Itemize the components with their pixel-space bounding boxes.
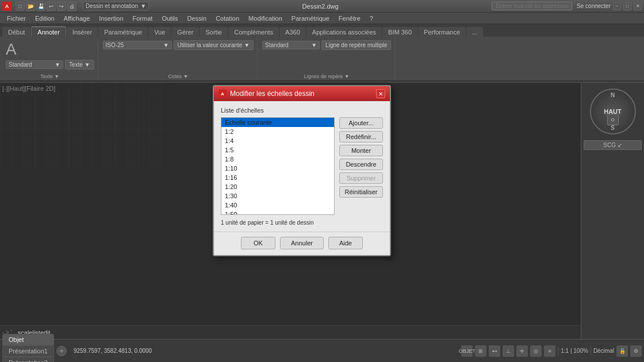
menu-item-cotation[interactable]: Cotation (211, 14, 244, 23)
connect-label[interactable]: Se connecter (577, 3, 611, 9)
scale-item-10[interactable]: 1:50 (221, 210, 334, 215)
ribbon-tab-performance[interactable]: Performance (418, 27, 466, 37)
minimize-button[interactable]: − (613, 2, 621, 10)
search-input[interactable] (492, 2, 572, 10)
window-title: Dessin2.dwg (149, 3, 492, 10)
status-tab-présentation2[interactable]: Présentation2 (2, 357, 54, 363)
ribbon-group-cotes: ISO-25▼ Utiliser la valeur courante ▼ Co… (99, 39, 258, 80)
workspace-selector[interactable]: Dessin et annotation ▼ (83, 2, 149, 10)
qa-save[interactable]: 💾 (36, 2, 45, 11)
compass-north: N (611, 92, 615, 98)
add-layout-button[interactable]: + (56, 346, 67, 356)
ribbon-tab-bim-360[interactable]: BIM 360 (382, 27, 417, 37)
aide-button[interactable]: Aide (328, 237, 363, 249)
ribbon-tab-...[interactable]: ... (466, 27, 483, 37)
scale-item-8[interactable]: 1:30 (221, 191, 334, 201)
scale-item-0[interactable]: Echelle courante (221, 118, 334, 127)
scale-item-5[interactable]: 1:10 (221, 164, 334, 173)
qa-redo[interactable]: ↪ (57, 2, 66, 11)
qa-open[interactable]: 📂 (26, 2, 35, 11)
ribbon-tab-vue[interactable]: Vue (148, 27, 171, 37)
scg-label[interactable]: SCG ↙ (584, 140, 642, 150)
cotes-style-dropdown[interactable]: ISO-25▼ (103, 41, 172, 49)
cotes-controls: ISO-25▼ Utiliser la valeur courante ▼ (103, 40, 254, 50)
ribbon-tab-début[interactable]: Début (2, 27, 30, 37)
ribbon-content: A Standard▼ Texte ▼ Texte ▼ ISO-25▼ Util… (0, 37, 644, 80)
menu-item-outils[interactable]: Outils (157, 14, 182, 23)
lineweight-btn[interactable]: ≡ (544, 345, 555, 357)
scale-list[interactable]: Echelle courante1:21:41:51:81:101:161:20… (221, 117, 335, 215)
ligne-repere-btn[interactable]: Ligne de repère multiple (321, 40, 391, 50)
settings-btn[interactable]: ⚙ (630, 345, 642, 357)
qa-print[interactable]: 🖨 (67, 2, 76, 11)
menu-item-dessin[interactable]: Dessin (183, 14, 212, 23)
status-bar: ObjetPrésentation1Présentation2 + 9259.7… (0, 339, 644, 362)
ribbon-tab-gérer[interactable]: Gérer (171, 27, 199, 37)
lignes-controls: Standard▼ Ligne de repère multiple (262, 40, 391, 50)
snap-btn[interactable]: ⊷ (489, 345, 500, 357)
menu-item-fichier[interactable]: Fichier (2, 14, 30, 23)
compass-center-btn[interactable]: O (607, 114, 619, 125)
grid-btn[interactable]: ⊞ (475, 345, 486, 357)
scale-item-4[interactable]: 1:8 (221, 155, 334, 164)
supprimer-button[interactable]: Supprimer (339, 172, 383, 184)
dialog-body: Liste d'échelles Echelle courante1:21:41… (214, 101, 390, 232)
ribbon-tab-applications-associées[interactable]: Applications associées (306, 27, 382, 37)
maximize-button[interactable]: □ (623, 2, 631, 10)
ok-button[interactable]: OK (241, 237, 275, 249)
menu-item-fenêtre[interactable]: Fenêtre (334, 14, 365, 23)
ajouter-button[interactable]: Ajouter... (339, 117, 383, 129)
texte-group-label: Texte ▼ (2, 74, 98, 79)
menu-item-insertion[interactable]: Insertion (94, 14, 128, 23)
ribbon-tab-insérer[interactable]: Insérer (67, 27, 98, 37)
cotes-group-label: Cotes ▼ (99, 74, 258, 79)
scale-item-1[interactable]: 1:2 (221, 127, 334, 136)
ribbon-tab-annoter[interactable]: Annoter (31, 26, 66, 37)
command-input[interactable] (14, 329, 578, 336)
workspace-dropdown-icon: ▼ (140, 3, 146, 9)
monter-button[interactable]: Monter (339, 145, 383, 156)
osnap-btn[interactable]: ◎ (530, 345, 542, 357)
redefinir-button[interactable]: Redéfinir... (339, 131, 383, 143)
ribbon-tab-compléments[interactable]: Compléments (228, 27, 279, 37)
menu-item-edition[interactable]: Edition (30, 14, 59, 23)
ortho-btn[interactable]: ⊥ (503, 345, 514, 357)
scale-item-9[interactable]: 1:40 (221, 201, 334, 210)
dialog-close-button[interactable]: ✕ (376, 89, 385, 98)
status-icons: OBJET ⊞ ⊷ ⊥ ✛ ◎ ≡ 1:1 | 100% Décimal 🔓 ⚙ (461, 345, 642, 357)
ribbon-tab-a360[interactable]: A360 (279, 27, 306, 37)
qa-undo[interactable]: ↩ (47, 2, 56, 11)
style-dropdown[interactable]: Standard▼ (6, 60, 63, 69)
descendre-button[interactable]: Descendre (339, 159, 383, 170)
reinitialiser-button[interactable]: Réinitialiser (339, 186, 383, 198)
texte-btn[interactable]: Texte ▼ (65, 60, 94, 70)
status-tabs: ObjetPrésentation1Présentation2 (2, 334, 54, 363)
text-large-icon: A (6, 40, 94, 59)
list-section-label: Liste d'échelles (221, 107, 383, 114)
annuler-button[interactable]: Annuler (280, 237, 324, 249)
close-button[interactable]: ✕ (634, 2, 642, 10)
lignes-style-dropdown[interactable]: Standard▼ (262, 41, 320, 49)
view-compass[interactable]: N S HAUT O (590, 88, 636, 134)
app-icon[interactable]: A (2, 2, 12, 11)
menu-item-paramétrique[interactable]: Paramétrique (287, 14, 334, 23)
ribbon-tab-paramétrique[interactable]: Paramétrique (98, 27, 148, 37)
scale-item-2[interactable]: 1:4 (221, 136, 334, 145)
polar-btn[interactable]: ✛ (516, 345, 528, 357)
ribbon-tab-sortie[interactable]: Sortie (200, 27, 228, 37)
scale-item-7[interactable]: 1:20 (221, 182, 334, 191)
model-space-btn[interactable]: OBJET (461, 345, 473, 357)
lock-viewport-btn[interactable]: 🔓 (616, 345, 628, 357)
scale-item-6[interactable]: 1:16 (221, 173, 334, 182)
ribbon-tabs: DébutAnnoterInsérerParamétriqueVueGérerS… (0, 24, 644, 37)
status-tab-objet[interactable]: Objet (2, 334, 54, 345)
valeur-courante-btn[interactable]: Utiliser la valeur courante ▼ (174, 40, 254, 50)
title-left: A □ 📂 💾 ↩ ↪ 🖨 Dessin et annotation ▼ (2, 2, 149, 11)
menu-item-affichage[interactable]: Affichage (59, 14, 95, 23)
menu-item-modification[interactable]: Modification (244, 14, 287, 23)
menu-item-format[interactable]: Format (128, 14, 158, 23)
qa-new[interactable]: □ (16, 2, 25, 11)
status-tab-présentation1[interactable]: Présentation1 (2, 345, 54, 357)
menu-item-?[interactable]: ? (365, 14, 378, 23)
scale-item-3[interactable]: 1:5 (221, 145, 334, 155)
